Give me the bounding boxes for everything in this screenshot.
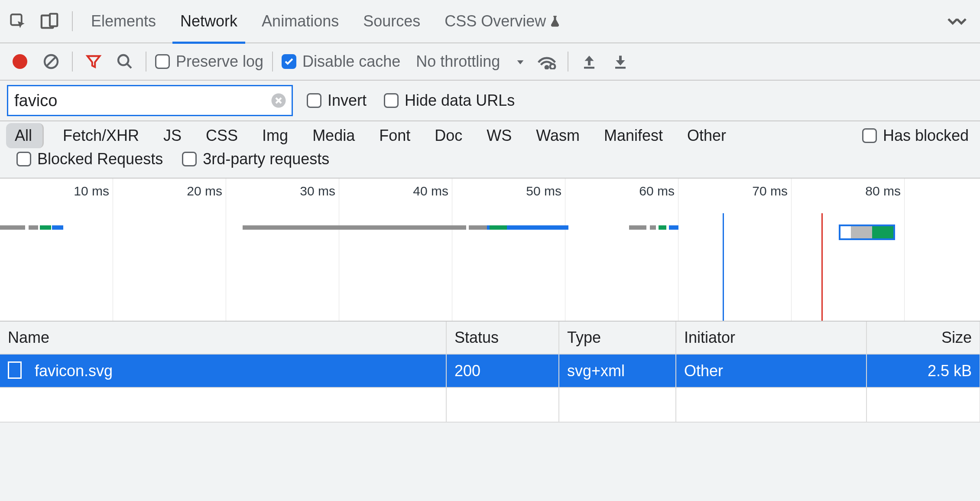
col-header-initiator[interactable]: Initiator: [676, 322, 866, 354]
waterfall-tick: 70 ms: [752, 184, 788, 198]
type-filter-other[interactable]: Other: [678, 123, 735, 148]
waterfall-tick: 50 ms: [526, 184, 561, 198]
preserve-log-label: Preserve log: [176, 52, 263, 71]
type-filter-ws[interactable]: WS: [478, 123, 520, 148]
cell-type: svg+xml: [559, 354, 676, 387]
separator: [272, 52, 273, 72]
table-header-row: Name Status Type Initiator Size: [0, 322, 980, 354]
col-header-name[interactable]: Name: [0, 322, 446, 354]
upload-har-icon[interactable]: [574, 46, 605, 77]
tab-sources[interactable]: Sources: [352, 0, 432, 43]
type-filter-fetchxhr[interactable]: Fetch/XHR: [54, 123, 148, 148]
filter-icon[interactable]: [78, 46, 109, 77]
cell-initiator: Other: [676, 354, 866, 387]
checkbox-unchecked-icon: [307, 93, 321, 108]
flask-icon: [548, 14, 561, 29]
svg-point-7: [545, 66, 548, 68]
svg-rect-9: [584, 67, 594, 69]
checkbox-unchecked-icon: [155, 54, 170, 69]
search-icon[interactable]: [109, 46, 140, 77]
type-filter-font[interactable]: Font: [370, 123, 419, 148]
type-filter-manifest[interactable]: Manifest: [595, 123, 672, 148]
blocked-requests-label: Blocked Requests: [37, 150, 163, 168]
table-row[interactable]: favicon.svg 200 svg+xml Other 2.5 kB: [0, 354, 980, 387]
has-blocked-toggle[interactable]: Has blocked: [859, 127, 972, 145]
checkbox-unchecked-icon: [384, 93, 399, 108]
waterfall-tick: 10 ms: [74, 184, 109, 198]
inspect-element-icon[interactable]: [3, 6, 33, 36]
svg-point-8: [550, 64, 555, 69]
clear-filter-icon[interactable]: [270, 92, 287, 109]
download-har-icon[interactable]: [605, 46, 636, 77]
extra-filter-bar: Blocked Requests 3rd-party requests: [0, 150, 980, 179]
network-toolbar: Preserve log Disable cache No throttling: [0, 43, 980, 81]
more-tabs-icon[interactable]: [942, 6, 972, 36]
record-button[interactable]: [4, 46, 36, 77]
col-header-size[interactable]: Size: [866, 322, 980, 354]
waterfall-tick: 40 ms: [413, 184, 448, 198]
filter-input[interactable]: [14, 91, 270, 110]
separator: [72, 11, 73, 31]
preserve-log-toggle[interactable]: Preserve log: [152, 52, 267, 71]
invert-toggle[interactable]: Invert: [303, 91, 370, 110]
svg-line-6: [127, 64, 131, 68]
col-header-status[interactable]: Status: [446, 322, 559, 354]
hide-data-urls-label: Hide data URLs: [405, 91, 515, 110]
throttling-dropdown[interactable]: No throttling: [404, 52, 531, 71]
cell-name: favicon.svg: [0, 354, 446, 387]
type-filter-media[interactable]: Media: [304, 123, 363, 148]
chevron-down-icon: [516, 52, 525, 71]
checkbox-checked-icon: [282, 54, 296, 69]
tab-elements[interactable]: Elements: [80, 0, 167, 43]
waterfall-tick: 20 ms: [187, 184, 222, 198]
disable-cache-toggle[interactable]: Disable cache: [278, 52, 404, 71]
cell-size: 2.5 kB: [866, 354, 980, 387]
devtools-tab-strip: Elements Network Animations Sources CSS …: [0, 0, 980, 43]
third-party-label: 3rd-party requests: [203, 150, 329, 168]
waterfall-tick: 80 ms: [865, 184, 901, 198]
waterfall-selection[interactable]: [839, 224, 895, 240]
checkbox-unchecked-icon: [16, 152, 31, 166]
waterfall-tick: 30 ms: [300, 184, 335, 198]
throttling-label: No throttling: [416, 52, 500, 71]
type-filter-doc[interactable]: Doc: [426, 123, 471, 148]
svg-line-4: [47, 57, 55, 66]
filter-bar: Invert Hide data URLs: [0, 81, 980, 121]
hide-data-urls-toggle[interactable]: Hide data URLs: [380, 91, 518, 110]
invert-label: Invert: [328, 91, 367, 110]
checkbox-unchecked-icon: [182, 152, 197, 166]
type-filter-wasm[interactable]: Wasm: [527, 123, 588, 148]
disable-cache-label: Disable cache: [302, 52, 400, 71]
blocked-requests-toggle[interactable]: Blocked Requests: [13, 150, 166, 168]
table-row-empty: [0, 387, 980, 422]
clear-log-icon[interactable]: [36, 46, 67, 77]
svg-rect-2: [50, 14, 57, 26]
filter-input-wrapper: [7, 85, 293, 116]
tab-css-overview[interactable]: CSS Overview: [433, 0, 573, 43]
checkbox-unchecked-icon: [862, 128, 877, 143]
type-filter-css[interactable]: CSS: [197, 123, 247, 148]
has-blocked-label: Has blocked: [883, 127, 969, 145]
network-conditions-icon[interactable]: [531, 46, 562, 77]
col-header-type[interactable]: Type: [559, 322, 676, 354]
separator: [146, 52, 146, 72]
tab-network[interactable]: Network: [169, 0, 249, 43]
separator: [568, 52, 568, 72]
svg-point-5: [118, 55, 128, 65]
domcontent-line: [723, 213, 724, 321]
load-line: [821, 213, 823, 321]
waterfall-overview[interactable]: 10 ms 20 ms 30 ms 40 ms 50 ms 60 ms 70 m…: [0, 179, 980, 322]
type-filter-bar: All Fetch/XHR JS CSS Img Media Font Doc …: [0, 121, 980, 150]
type-filter-img[interactable]: Img: [253, 123, 297, 148]
device-toolbar-icon[interactable]: [35, 6, 65, 36]
tab-label: CSS Overview: [445, 12, 546, 30]
cell-status: 200: [446, 354, 559, 387]
third-party-toggle[interactable]: 3rd-party requests: [178, 150, 333, 168]
svg-rect-10: [615, 67, 626, 69]
type-filter-js[interactable]: JS: [155, 123, 190, 148]
type-filter-all[interactable]: All: [6, 123, 44, 148]
request-table: Name Status Type Initiator Size favicon.…: [0, 322, 980, 423]
cell-name-text: favicon.svg: [35, 362, 113, 380]
separator: [72, 52, 73, 72]
tab-animations[interactable]: Animations: [250, 0, 350, 43]
